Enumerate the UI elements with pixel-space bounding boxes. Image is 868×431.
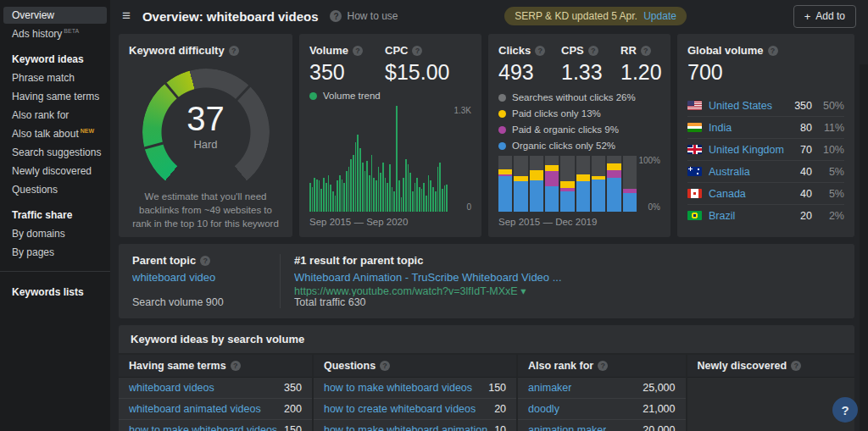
volume-trend-bar — [415, 183, 416, 212]
volume-trend-bar — [343, 183, 345, 212]
clicks-bar-segment — [576, 181, 590, 212]
clicks-bar-segment — [623, 189, 637, 193]
table-row: animaker25,000 — [518, 378, 685, 398]
sidebar-item-label: Also rank for — [12, 109, 69, 121]
volume-trend-bar — [346, 171, 348, 212]
keyword-link[interactable]: how to make whiteboard videos — [129, 424, 277, 431]
flag-ca-icon — [687, 189, 702, 198]
cpc-help-icon[interactable]: ? — [412, 46, 422, 56]
country-link[interactable]: United Kingdom — [709, 144, 793, 156]
update-link[interactable]: Update — [643, 10, 676, 22]
sidebar-item-questions[interactable]: Questions — [3, 181, 107, 198]
add-to-button[interactable]: + Add to — [793, 5, 856, 28]
volume-trend-bar — [430, 180, 431, 212]
volume-trend-bar — [309, 183, 311, 212]
ideas-column-header-also-rank-for: Also rank for? — [518, 355, 685, 378]
volume-trend-bar — [389, 164, 391, 212]
keyword-ideas-section: Keyword ideas by search volume Having sa… — [119, 325, 854, 431]
sidebar-item-overview[interactable]: Overview — [3, 7, 107, 24]
volume-trend-bar — [328, 175, 330, 212]
clicks-help-icon[interactable]: ? — [535, 46, 545, 56]
volume-bars — [309, 106, 448, 212]
volume-trend-bar — [348, 167, 350, 212]
sidebar-item-label: Ads history — [12, 28, 62, 40]
rr-help-icon[interactable]: ? — [641, 46, 651, 56]
country-row: Australia405% — [687, 160, 844, 182]
keyword-link[interactable]: doodly — [528, 403, 559, 415]
parent-result-link[interactable]: Whiteboard Animation - TruScribe Whitebo… — [294, 271, 841, 283]
sidebar-item-also-talk-about[interactable]: Also talk aboutNEW — [3, 125, 107, 142]
clicks-stacked-bar — [545, 156, 559, 212]
volume-trend-bar — [314, 178, 315, 212]
volume-trend-bar — [408, 164, 409, 212]
cps-help-icon[interactable]: ? — [588, 46, 598, 56]
sidebar-item-ads-history[interactable]: Ads historyBETA — [3, 25, 107, 42]
keyword-link[interactable]: how to create whiteboard videos — [324, 403, 476, 415]
scrollbar-track[interactable] — [860, 64, 868, 431]
parent-topic-keyword-link[interactable]: whiteboard video — [132, 271, 266, 284]
table-row: whiteboard videos350 — [119, 378, 312, 398]
parent-result-url[interactable]: https://www.youtube.com/watch?v=3lfIdT-M… — [294, 285, 841, 296]
volume-trend-bar — [342, 180, 343, 212]
keyword-volume: 25,000 — [643, 382, 675, 394]
country-link[interactable]: India — [709, 122, 793, 134]
keyword-ideas-title: Keyword ideas by search volume — [119, 325, 854, 355]
sidebar-item-phrase-match[interactable]: Phrase match — [3, 69, 107, 86]
clicks-bar-segment — [560, 181, 574, 188]
clicks-bar-segment — [592, 176, 605, 180]
sidebar-item-by-domains[interactable]: By domains — [3, 225, 107, 242]
sidebar-item-label: Newly discovered — [12, 165, 92, 177]
sidebar-item-newly-discovered[interactable]: Newly discovered — [3, 163, 107, 180]
column-help-icon[interactable]: ? — [791, 361, 801, 371]
country-row: Canada405% — [687, 182, 844, 204]
volume-help-icon[interactable]: ? — [353, 46, 363, 56]
clicks-bar-segment — [623, 193, 637, 212]
help-fab-button[interactable]: ? — [832, 397, 858, 423]
sidebar-item-having-same-terms[interactable]: Having same terms — [3, 88, 107, 105]
hamburger-menu-icon[interactable]: ≡ — [122, 8, 131, 25]
legend-dot-icon — [498, 94, 506, 102]
clicks-bar-segment — [530, 180, 543, 212]
sidebar-item-label: Questions — [12, 184, 58, 196]
column-help-icon[interactable]: ? — [380, 361, 390, 371]
country-link[interactable]: Australia — [709, 166, 793, 178]
ideas-column-header-having-same-terms: Having same terms? — [119, 355, 312, 378]
clicks-legend-label: Searches without clicks 26% — [512, 92, 636, 102]
volume-ymin-label: 0 — [466, 202, 471, 212]
ideas-column-questions: Questions?how to make whiteboard videos1… — [314, 355, 516, 431]
volume-trend-bar — [439, 163, 441, 212]
sidebar-item-search-suggestions[interactable]: Search suggestions — [3, 144, 107, 161]
clicks-bars — [498, 156, 637, 212]
global-volume-help-icon[interactable]: ? — [768, 46, 778, 56]
how-to-use-link[interactable]: How to use — [347, 10, 398, 22]
parent-topic-help-icon[interactable]: ? — [200, 256, 210, 266]
country-link[interactable]: Brazil — [709, 210, 793, 222]
keyword-link[interactable]: animaker — [528, 382, 571, 394]
sidebar-item-also-rank-for[interactable]: Also rank for — [3, 107, 107, 124]
keyword-link[interactable]: whiteboard animated videos — [129, 403, 261, 415]
clicks-bar-segment — [560, 188, 574, 191]
column-help-icon[interactable]: ? — [231, 361, 241, 371]
volume-axis: 1.3K 0 — [448, 106, 471, 212]
sidebar-item-by-pages[interactable]: By pages — [3, 244, 107, 261]
keyword-link[interactable]: animation maker — [528, 424, 606, 431]
kd-help-icon[interactable]: ? — [229, 46, 239, 56]
volume-trend-bar — [332, 191, 334, 212]
volume-trend-bar — [423, 183, 425, 212]
keyword-link[interactable]: how to make whiteboard videos — [324, 382, 472, 394]
column-help-icon[interactable]: ? — [598, 361, 608, 371]
help-circle-icon[interactable]: ? — [330, 10, 342, 22]
country-link[interactable]: Canada — [709, 188, 793, 200]
country-link[interactable]: United States — [709, 100, 787, 112]
clicks-legend-item: Paid clicks only 13% — [498, 108, 660, 119]
keyword-link[interactable]: whiteboard videos — [129, 382, 214, 394]
clicks-bar-segment — [498, 174, 512, 176]
volume-cpc-card: Volume? 350 CPC? $15.00 Volume trend 1.3… — [299, 34, 481, 237]
volume-trend-bar — [409, 173, 411, 212]
volume-trend-bar — [312, 187, 314, 212]
country-row: India8011% — [687, 116, 844, 138]
serp-update-text: SERP & KD updated 5 Apr. — [515, 10, 637, 22]
keyword-link[interactable]: how to make whiteboard animation — [324, 424, 487, 431]
volume-trend-bar — [419, 187, 420, 212]
flag-in-icon — [687, 123, 702, 132]
